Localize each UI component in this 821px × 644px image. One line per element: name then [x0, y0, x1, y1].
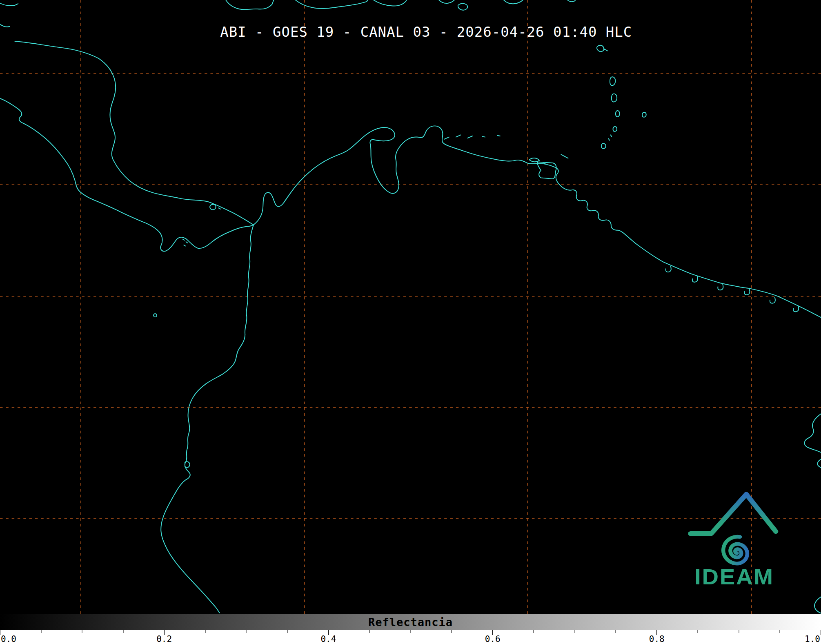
- cyclone-spiral-icon: [721, 535, 750, 565]
- colorbar-minor-tick: [205, 630, 205, 633]
- colorbar-tick-label: 1.0: [805, 635, 820, 644]
- island-outlines: [154, 3, 646, 467]
- colorbar-gradient: Reflectancia: [0, 614, 821, 630]
- coastline-path: [161, 225, 254, 613]
- colorbar-minor-tick: [410, 630, 411, 633]
- colorbar-minor-tick: [616, 630, 616, 633]
- colorbar-minor-tick: [698, 630, 698, 633]
- colorbar-minor-tick: [82, 630, 82, 633]
- satellite-image-viewport: { "title": "ABI - GOES 19 - CANAL 03 - 2…: [0, 0, 821, 644]
- ideam-logo: IDEAM: [688, 488, 779, 586]
- ideam-logo-text: IDEAM: [694, 564, 774, 586]
- coastline-path: [0, 98, 254, 251]
- colorbar-tick-label: 0.8: [649, 635, 665, 644]
- coastline-path: [0, 0, 576, 27]
- coastline-path: [15, 41, 253, 225]
- image-title: ABI - GOES 19 - CANAL 03 - 2026-04-26 01…: [220, 24, 632, 40]
- satellite-map: ABI - GOES 19 - CANAL 03 - 2026-04-26 01…: [0, 0, 821, 614]
- colorbar-tick-label: 0.2: [156, 635, 172, 644]
- colorbar-minor-tick: [41, 630, 41, 633]
- colorbar-minor-tick: [287, 630, 287, 633]
- colorbar-tick-label: 0.6: [485, 635, 501, 644]
- colorbar-tick-label: 0.4: [320, 635, 336, 644]
- colorbar-ticks: 0.00.20.40.60.81.0: [0, 630, 821, 644]
- coastline-path: [666, 266, 799, 312]
- colorbar-label: Reflectancia: [0, 616, 821, 628]
- colorbar-tick-label: 0.0: [1, 635, 16, 644]
- colorbar-minor-tick: [780, 630, 780, 633]
- colorbar-minor-tick: [739, 630, 739, 633]
- ideam-logo-mark: [690, 494, 776, 565]
- colorbar-minor-tick: [246, 630, 247, 633]
- mountain-icon: [690, 494, 776, 533]
- coastline-path: [254, 126, 821, 317]
- colorbar-minor-tick: [574, 630, 575, 633]
- colorbar-minor-tick: [123, 630, 123, 633]
- colorbar-minor-tick: [369, 630, 369, 633]
- colorbar-minor-tick: [452, 630, 452, 633]
- colorbar-major-tick: [0, 630, 0, 635]
- coastline-path: [805, 414, 821, 613]
- colorbar-minor-tick: [534, 630, 534, 633]
